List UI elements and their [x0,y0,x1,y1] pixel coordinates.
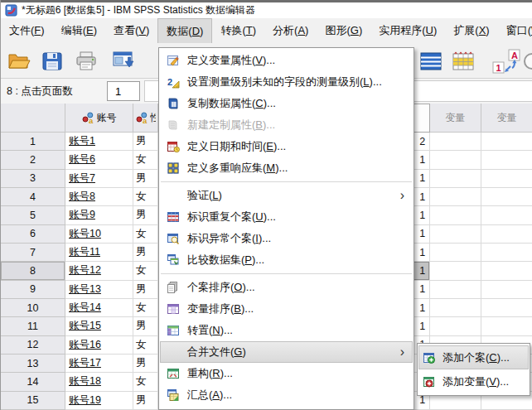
empty-cell[interactable] [430,170,481,188]
column-header-account[interactable]: a 账号 [65,104,133,133]
gender-cell[interactable]: 男 [133,317,158,335]
account-cell[interactable]: 账号19 [65,392,133,410]
gender-cell[interactable]: 女 [133,225,158,244]
goto-case-button[interactable] [417,48,445,75]
row-number-selected[interactable]: 8 [1,262,65,280]
menu-item-restructure[interactable]: 重构(R)... [160,363,413,384]
gender-cell[interactable]: 男 [133,244,158,262]
empty-cell[interactable] [481,299,532,317]
menu-item-validation[interactable]: 验证(L) [160,185,413,206]
insert-variable-button[interactable] [449,48,477,75]
empty-cell[interactable] [481,225,532,244]
row-number[interactable]: 9 [1,281,65,299]
account-cell[interactable]: 账号6 [65,151,133,169]
row-number[interactable]: 2 [1,151,65,169]
account-cell[interactable]: 账号14 [65,299,133,317]
gender-cell[interactable]: 女 [133,262,158,280]
menu-item-transpose[interactable]: 转置(N)... [160,320,413,341]
gender-cell[interactable]: 女 [133,151,158,169]
empty-cell[interactable] [481,170,532,188]
recall-dialogs-button[interactable] [110,48,138,75]
row-number[interactable]: 3 [1,170,65,188]
account-cell[interactable]: 账号1 [65,133,133,151]
row-number[interactable]: 7 [1,244,65,262]
row-number[interactable]: 1 [1,133,65,151]
empty-cell[interactable] [430,206,481,224]
row-number[interactable]: 5 [1,206,65,224]
row-number[interactable]: 15 [1,392,65,410]
partial-toolbar-icon[interactable] [524,53,532,70]
empty-cell[interactable] [481,244,532,262]
column-header-partial[interactable]: a 性 [133,104,158,133]
account-cell[interactable]: 账号12 [65,262,133,280]
menu-item-define-variable-properties[interactable]: 定义变量属性(V)... [160,50,413,71]
empty-cell[interactable] [481,151,532,169]
menu-item-sort-cases[interactable]: 个案排序(O)... [160,277,413,298]
row-number[interactable]: 10 [1,299,65,317]
menu-item-merge-files[interactable]: 合并文件(G) [160,341,413,363]
menu-file[interactable]: 文件(F) [1,18,53,43]
empty-cell[interactable] [430,317,481,335]
empty-cell[interactable] [430,188,481,206]
menu-item-identify-unusual-cases[interactable]: 标识异常个案(I)... [160,228,413,249]
empty-cell[interactable] [481,133,532,151]
menu-item-set-measurement-level[interactable]: 2 设置测量级别未知的字段的测量级别(L)... [160,71,413,93]
empty-cell[interactable] [481,206,532,224]
menu-edit[interactable]: 编辑(E) [53,18,105,43]
empty-cell[interactable] [481,281,532,299]
gender-cell[interactable]: 女 [133,336,158,355]
empty-cell[interactable] [481,188,532,206]
empty-cell[interactable] [430,281,481,299]
gender-cell[interactable]: 男 [133,170,158,188]
empty-cell[interactable] [481,262,532,280]
save-button[interactable] [38,48,66,75]
account-cell[interactable]: 账号7 [65,170,133,188]
menu-item-sort-variables[interactable]: 变量排序(B)... [160,298,413,320]
menu-view[interactable]: 查看(V) [105,18,157,43]
menu-item-aggregate[interactable]: 汇总(A)... [160,384,413,406]
grid-corner-header[interactable] [1,104,65,133]
column-header-var2[interactable]: 变量 [481,104,532,133]
account-cell[interactable]: 账号15 [65,317,133,335]
empty-cell[interactable] [430,262,481,280]
submenu-item-add-cases[interactable]: 添加个案(C)... [418,345,529,369]
menu-utilities[interactable]: 实用程序(U) [370,18,445,43]
empty-cell[interactable] [430,133,481,151]
empty-cell[interactable] [430,299,481,317]
row-number[interactable]: 12 [1,336,65,355]
menu-transform[interactable]: 转换(T) [212,18,264,43]
gender-cell[interactable]: 女 [133,373,158,391]
account-cell[interactable]: 账号9 [65,206,133,224]
account-cell[interactable]: 账号13 [65,281,133,299]
gender-cell[interactable]: 女 [133,188,158,206]
account-cell[interactable]: 账号16 [65,336,133,355]
menu-item-identify-duplicate-cases[interactable]: 标识重复个案(U)... [160,206,413,228]
gender-cell[interactable]: 男 [133,281,158,299]
gender-cell[interactable]: 男 [133,133,158,151]
gender-cell[interactable]: 男 [133,355,158,373]
menu-extensions[interactable]: 扩展(X) [445,18,497,43]
menu-data[interactable]: 数据(D) [157,18,212,43]
account-cell[interactable]: 账号17 [65,355,133,373]
menu-item-copy-data-properties[interactable]: 复制数据属性(C)... [160,93,413,114]
menu-item-compare-datasets[interactable]: 比较数据集(P)... [160,249,413,271]
empty-cell[interactable] [481,317,532,335]
column-header-var1[interactable]: 变量 [430,104,481,133]
account-cell[interactable]: 账号8 [65,188,133,206]
value-labels-button[interactable]: A1 [491,48,523,75]
menu-analyze[interactable]: 分析(A) [264,18,317,43]
row-number[interactable]: 13 [1,355,65,373]
gender-cell[interactable]: 男 [133,392,158,410]
gender-cell[interactable]: 男 [133,206,158,224]
submenu-item-add-variables[interactable]: 添加变量(V)... [418,369,529,393]
menu-item-define-dates[interactable]: 定义日期和时间(E)... [160,136,413,157]
menu-graphs[interactable]: 图形(G) [317,18,370,43]
row-number[interactable]: 14 [1,373,65,391]
gender-cell[interactable]: 女 [133,299,158,317]
menu-window[interactable]: 窗口(W) [498,18,532,43]
account-cell[interactable]: 账号18 [65,373,133,391]
row-number[interactable]: 6 [1,225,65,244]
account-cell[interactable]: 账号11 [65,244,133,262]
cell-value-input[interactable] [107,81,140,101]
empty-cell[interactable] [430,244,481,262]
